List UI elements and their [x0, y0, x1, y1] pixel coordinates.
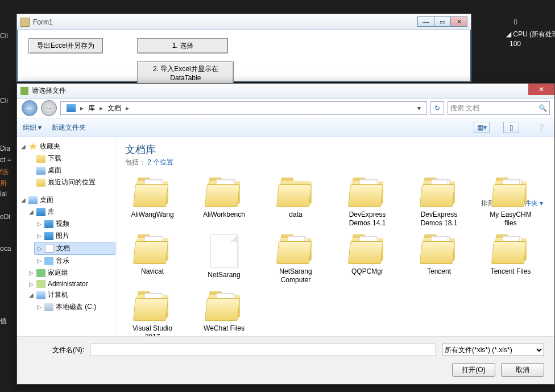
tree-computer[interactable]: ◢计算机: [26, 289, 115, 301]
folder-icon: [278, 178, 314, 207]
file-label: WeChat Files: [204, 324, 245, 333]
nav-forward-button[interactable]: →: [41, 100, 57, 116]
maximize-button[interactable]: ▭: [434, 16, 451, 27]
search-input[interactable]: 搜索 文档 🔍: [448, 101, 550, 115]
file-item[interactable]: Visual Studio 2017: [125, 291, 180, 341]
minimize-button[interactable]: —: [417, 16, 434, 27]
organize-menu[interactable]: 组织 ▾: [23, 123, 42, 133]
folder-icon: [492, 234, 529, 264]
select-button[interactable]: 1. 选择: [137, 38, 228, 53]
export-excel-button[interactable]: 导出Eccel并另存为: [28, 38, 103, 53]
file-label: NetSarang Computer: [268, 267, 323, 284]
dialog-footer: 文件名(N): 所有文件(*xls*) (*.xls*) 打开(O) 取消: [17, 336, 554, 384]
file-item[interactable]: AliWorkbench: [197, 178, 251, 228]
import-excel-button[interactable]: 2. 导入Excel并显示在DataTable: [137, 61, 234, 85]
form1-window: Form1 — ▭ ✕ 导出Eccel并另存为 1. 选择 2. 导入Excel…: [16, 14, 471, 82]
tree-libraries[interactable]: ◢库: [26, 206, 115, 218]
tree-pictures[interactable]: ▷图片: [34, 230, 115, 242]
file-item[interactable]: DevExpress Demos 18.1: [412, 178, 466, 228]
dialog-toolbar: 组织 ▾ 新建文件夹 ▦▾ ▯ ❔: [17, 118, 554, 137]
dialog-title: 请选择文件: [32, 86, 66, 96]
tree-favorites[interactable]: ◢收藏夹: [18, 141, 115, 152]
file-label: Tencent: [427, 267, 451, 276]
view-mode-button[interactable]: ▦▾: [474, 122, 490, 133]
file-label: Tencent Files: [491, 267, 531, 276]
folder-icon: [421, 234, 457, 264]
file-item[interactable]: Tencent Files: [483, 234, 538, 284]
form-icon: [20, 18, 30, 27]
breadcrumb[interactable]: ▸ 库 ▸ 文档 ▸ ▾: [60, 101, 427, 115]
folder-icon: [278, 234, 314, 264]
cpu-gadget: 0 ◢ CPU (所有处理 100: [506, 30, 555, 39]
file-list: 文档库 包括： 2 个位置 排列方式： 文件夹 ▾ AliWangWangAli…: [117, 137, 554, 353]
document-icon: [210, 234, 238, 267]
folder-icon: [421, 178, 457, 207]
close-button[interactable]: ✕: [450, 16, 467, 27]
chevron-right-icon: ▸: [98, 104, 104, 112]
crumb-drop-icon[interactable]: ▾: [414, 104, 424, 112]
nav-back-button[interactable]: ←: [22, 100, 38, 116]
file-item[interactable]: AliWangWang: [125, 178, 180, 228]
tree-admin[interactable]: ▷Administrator: [26, 279, 115, 289]
folder-icon: [134, 291, 171, 321]
folder-icon: [206, 291, 242, 321]
file-label: AliWorkbench: [203, 211, 245, 219]
tree-music[interactable]: ▷音乐: [34, 255, 115, 267]
crumb-doc[interactable]: 文档: [104, 104, 125, 113]
file-item[interactable]: Navicat: [125, 234, 180, 284]
file-item[interactable]: data: [268, 178, 323, 228]
locations-link[interactable]: 2 个位置: [147, 158, 173, 166]
file-item[interactable]: DevExpress Demos 14.1: [340, 178, 395, 228]
library-subtitle: 包括： 2 个位置: [125, 158, 546, 167]
file-item[interactable]: WeChat Files: [197, 291, 251, 341]
tree-recent[interactable]: 最近访问的位置: [26, 176, 115, 188]
search-icon: 🔍: [539, 104, 547, 112]
tree-homegroup[interactable]: ▷家庭组: [26, 267, 115, 279]
file-dialog: 请选择文件 ✕ ← → ▸ 库 ▸ 文档 ▸ ▾ ↻ 搜索 文档 🔍 组织 ▾ …: [16, 83, 555, 385]
file-label: AliWangWang: [131, 211, 173, 219]
chevron-right-icon: ▸: [79, 104, 85, 112]
file-item[interactable]: QQPCMgr: [340, 234, 395, 284]
dialog-titlebar[interactable]: 请选择文件 ✕: [17, 84, 554, 98]
preview-pane-button[interactable]: ▯: [503, 122, 519, 133]
tree-desktop[interactable]: 桌面: [26, 164, 115, 176]
file-item[interactable]: NetSarang Computer: [268, 234, 323, 284]
file-label: QQPCMgr: [351, 267, 383, 276]
help-button[interactable]: ❔: [533, 122, 549, 133]
tree-desktop-root[interactable]: ◢桌面: [18, 194, 115, 206]
folder-icon: [349, 234, 386, 264]
dialog-app-icon: [20, 87, 28, 95]
form1-titlebar[interactable]: Form1 — ▭ ✕: [17, 14, 471, 30]
file-label: Navicat: [141, 267, 164, 276]
folder-icon: [349, 178, 386, 207]
file-item[interactable]: Tencent: [412, 234, 466, 284]
address-bar: ← → ▸ 库 ▸ 文档 ▸ ▾ ↻ 搜索 文档 🔍: [17, 98, 554, 118]
search-placeholder: 搜索 文档: [450, 104, 479, 113]
lib-icon: [67, 104, 76, 112]
filetype-select[interactable]: 所有文件(*xls*) (*.xls*): [442, 344, 544, 356]
tree-downloads[interactable]: 下载: [26, 152, 115, 164]
folder-icon: [492, 178, 529, 207]
open-button[interactable]: 打开(O): [452, 363, 495, 377]
nav-tree: ◢收藏夹 下载 桌面 最近访问的位置 ◢桌面 ◢库 ▷视频 ▷图片 ▷文档 ▷音…: [17, 137, 117, 353]
tree-c-drive[interactable]: ▷本地磁盘 (C:): [34, 301, 115, 313]
filename-input[interactable]: [90, 344, 436, 356]
file-label: DevExpress Demos 18.1: [412, 211, 466, 228]
file-label: NetSarang: [208, 271, 240, 279]
tree-documents[interactable]: ▷文档: [34, 242, 115, 255]
tree-videos[interactable]: ▷视频: [34, 218, 115, 230]
crumb-lib[interactable]: 库: [85, 104, 98, 113]
chevron-right-icon: ▸: [125, 104, 130, 112]
file-label: My EasyCHM files: [483, 211, 538, 228]
file-label: data: [289, 211, 302, 219]
folder-icon: [134, 234, 171, 264]
file-item[interactable]: NetSarang: [197, 234, 251, 284]
new-folder-button[interactable]: 新建文件夹: [52, 123, 86, 133]
folder-icon: [134, 178, 171, 207]
library-heading: 文档库: [125, 143, 546, 156]
folder-icon: [206, 178, 242, 207]
refresh-button[interactable]: ↻: [430, 101, 444, 115]
dialog-close-button[interactable]: ✕: [528, 84, 554, 95]
cancel-button[interactable]: 取消: [501, 363, 544, 377]
filename-label: 文件名(N):: [27, 345, 84, 355]
